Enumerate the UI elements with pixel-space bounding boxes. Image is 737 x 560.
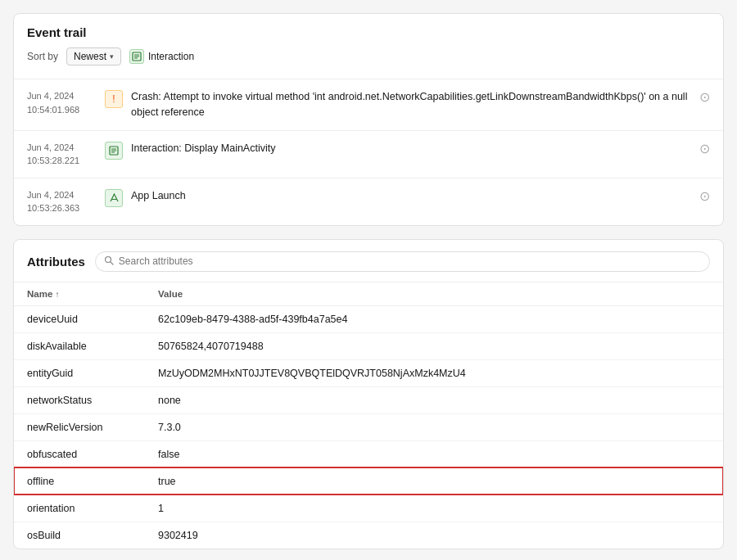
event-list: Jun 4, 2024 10:54:01.968 ! Crash: Attemp… bbox=[14, 79, 723, 225]
search-input[interactable] bbox=[119, 255, 701, 267]
table-row: diskAvailable50765824,4070719488 bbox=[14, 332, 723, 359]
table-row: newRelicVersion7.3.0 bbox=[14, 413, 723, 440]
attr-value: true bbox=[145, 467, 723, 495]
table-row: orientation1 bbox=[14, 495, 723, 522]
event-item: Jun 4, 2024 10:54:01.968 ! Crash: Attemp… bbox=[14, 79, 723, 131]
expand-icon[interactable]: ⊙ bbox=[699, 141, 710, 156]
attr-name: newRelicVersion bbox=[14, 413, 145, 440]
attr-name: obfuscated bbox=[14, 440, 145, 467]
attr-name: deviceUuid bbox=[14, 305, 145, 332]
event-item: Jun 4, 2024 10:53:28.221 Interaction: Di… bbox=[14, 131, 723, 178]
expand-icon[interactable]: ⊙ bbox=[699, 89, 710, 105]
attr-name: osBuild bbox=[14, 522, 145, 549]
event-time: Jun 4, 2024 10:54:01.968 bbox=[27, 89, 97, 116]
event-trail-title: Event trail bbox=[27, 25, 710, 39]
table-row: entityGuidMzUyODM2MHxNT0JJTEV8QVBQTElDQV… bbox=[14, 359, 723, 386]
sort-button[interactable]: Newest ▾ bbox=[66, 47, 121, 65]
event-trail-header: Event trail Sort by Newest ▾ Interaction bbox=[14, 14, 723, 79]
table-row: osBuild9302419 bbox=[14, 522, 723, 549]
table-header-row: Name ↑ Value bbox=[14, 282, 723, 306]
attr-name: orientation bbox=[14, 495, 145, 522]
search-icon bbox=[104, 255, 114, 268]
attr-value: 62c109eb-8479-4388-ad5f-439fb4a7a5e4 bbox=[145, 305, 723, 332]
event-time: Jun 4, 2024 10:53:26.363 bbox=[27, 188, 97, 215]
filter-chip[interactable]: Interaction bbox=[129, 49, 194, 64]
event-content: App Launch bbox=[131, 188, 691, 204]
interaction-icon bbox=[105, 142, 123, 160]
attr-name: entityGuid bbox=[14, 359, 145, 386]
crash-icon: ! bbox=[105, 90, 123, 108]
attr-name: diskAvailable bbox=[14, 332, 145, 359]
attr-value: 50765824,4070719488 bbox=[145, 332, 723, 359]
attributes-card: Attributes Name ↑ Value deviceUuid62c109… bbox=[13, 239, 724, 549]
sort-arrow-icon: ↑ bbox=[56, 290, 60, 299]
table-row: networkStatusnone bbox=[14, 386, 723, 413]
attributes-header: Attributes bbox=[14, 240, 723, 282]
launch-icon bbox=[105, 189, 123, 207]
search-box[interactable] bbox=[95, 251, 710, 272]
attributes-title: Attributes bbox=[27, 255, 85, 269]
attr-value: none bbox=[145, 386, 723, 413]
svg-line-10 bbox=[111, 261, 113, 264]
column-value: Value bbox=[145, 282, 723, 306]
table-row: offlinetrue bbox=[14, 467, 723, 495]
event-trail-card: Event trail Sort by Newest ▾ Interaction bbox=[13, 13, 724, 226]
sort-label: Sort by bbox=[27, 51, 58, 62]
event-content: Interaction: Display MainActivity bbox=[131, 141, 691, 156]
chevron-down-icon: ▾ bbox=[110, 52, 114, 61]
expand-icon[interactable]: ⊙ bbox=[699, 188, 710, 204]
attr-value: 9302419 bbox=[145, 522, 723, 549]
column-name: Name ↑ bbox=[14, 282, 145, 306]
event-item: Jun 4, 2024 10:53:26.363 App Launch ⊙ bbox=[14, 178, 723, 225]
attr-value: 7.3.0 bbox=[145, 413, 723, 440]
filter-chip-label: Interaction bbox=[148, 51, 194, 62]
attr-value: 1 bbox=[145, 495, 723, 522]
event-content: Crash: Attempt to invoke virtual method … bbox=[131, 89, 691, 120]
event-time: Jun 4, 2024 10:53:28.221 bbox=[27, 141, 97, 168]
sort-value: Newest bbox=[74, 51, 106, 62]
attr-value: MzUyODM2MHxNT0JJTEV8QVBQTElDQVRJT058NjAx… bbox=[145, 359, 723, 386]
interaction-icon bbox=[129, 49, 144, 64]
attr-name: offline bbox=[14, 467, 145, 495]
toolbar: Sort by Newest ▾ Interaction bbox=[27, 47, 710, 65]
attr-name: networkStatus bbox=[14, 386, 145, 413]
attributes-table: Name ↑ Value deviceUuid62c109eb-8479-438… bbox=[14, 282, 723, 549]
table-row: deviceUuid62c109eb-8479-4388-ad5f-439fb4… bbox=[14, 305, 723, 332]
attr-value: false bbox=[145, 440, 723, 467]
table-row: obfuscatedfalse bbox=[14, 440, 723, 467]
